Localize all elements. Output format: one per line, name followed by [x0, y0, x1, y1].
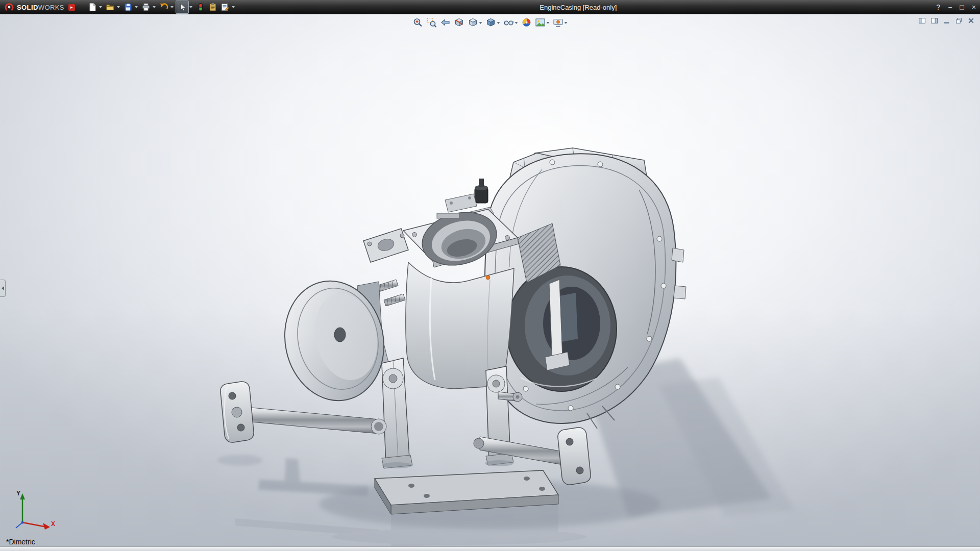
options-button[interactable]: [219, 1, 231, 13]
triad-x-label: X: [51, 520, 55, 528]
display-style-icon: [486, 17, 496, 28]
chevron-down-icon[interactable]: [565, 22, 568, 24]
appearance-ball-icon: [522, 17, 532, 28]
chevron-down-icon[interactable]: [153, 6, 156, 8]
pane-right-icon: [930, 17, 938, 24]
triad-axes-icon: [4, 492, 60, 535]
chevron-down-icon[interactable]: [479, 22, 482, 24]
document-window-controls: [918, 17, 975, 24]
select-cursor-icon: [178, 3, 187, 12]
undo-button[interactable]: [158, 1, 170, 13]
close-document-button[interactable]: [967, 17, 975, 24]
section-view-icon: [454, 17, 464, 28]
engine-casing-model[interactable]: [0, 14, 980, 547]
pane-left-icon: [918, 17, 926, 24]
show-feature-pane-button[interactable]: [918, 17, 926, 24]
chevron-down-icon[interactable]: [170, 6, 174, 8]
zoom-to-area-button[interactable]: [426, 17, 438, 28]
restore-doc-icon: [955, 17, 963, 24]
reference-triad: Y X: [4, 492, 60, 535]
print-button[interactable]: [140, 1, 152, 13]
apply-scene-button[interactable]: [534, 17, 551, 28]
display-style-button[interactable]: [485, 17, 501, 28]
chevron-down-icon[interactable]: [99, 6, 102, 8]
new-document-icon: [88, 3, 97, 12]
triad-y-label: Y: [16, 490, 20, 497]
titlebar: SOLIDWORKS ▸: [0, 0, 980, 14]
close-button[interactable]: ×: [972, 0, 976, 14]
close-doc-icon: [967, 17, 975, 24]
show-display-pane-button[interactable]: [930, 17, 938, 24]
save-button[interactable]: [122, 1, 134, 13]
file-properties-button[interactable]: [207, 1, 219, 13]
print-icon: [141, 3, 151, 12]
previous-view-button[interactable]: [439, 17, 452, 28]
previous-view-icon: [440, 17, 451, 28]
menu-flyout-arrow[interactable]: ▸: [68, 4, 75, 11]
headsup-view-toolbar: [412, 17, 569, 28]
chevron-down-icon[interactable]: [232, 6, 235, 8]
view-settings-button[interactable]: [552, 17, 569, 28]
minimize-doc-icon: [943, 17, 950, 24]
graphics-area[interactable]: Y X *Dimetric: [0, 14, 980, 547]
hide-show-items-button[interactable]: [503, 17, 519, 28]
open-button[interactable]: [104, 1, 116, 13]
rebuild-button[interactable]: [194, 1, 207, 13]
minimize-document-button[interactable]: [943, 17, 950, 24]
restore-document-button[interactable]: [955, 17, 963, 24]
status-bar: [0, 546, 980, 551]
maximize-button[interactable]: □: [960, 0, 964, 14]
chevron-down-icon[interactable]: [497, 22, 500, 24]
panel-collapse-tab[interactable]: [0, 280, 6, 297]
brand-text: SOLIDWORKS: [17, 3, 64, 12]
undo-icon: [159, 3, 168, 12]
help-button[interactable]: ?: [936, 0, 940, 14]
save-icon: [124, 3, 133, 12]
new-document-button[interactable]: [86, 1, 99, 13]
edit-appearance-button[interactable]: [521, 17, 533, 28]
glasses-icon: [504, 17, 514, 28]
zoom-to-area-icon: [427, 17, 437, 28]
zoom-to-fit-icon: [413, 17, 423, 28]
solidworks-window: SOLIDWORKS ▸: [0, 0, 980, 551]
chevron-down-icon[interactable]: [117, 6, 120, 8]
chevron-left-icon: [2, 286, 4, 290]
section-view-button[interactable]: [453, 17, 465, 28]
select-button[interactable]: [176, 1, 189, 14]
open-folder-icon: [106, 3, 115, 12]
main-toolbar: [86, 1, 237, 14]
options-icon: [220, 3, 230, 12]
chevron-down-icon[interactable]: [515, 22, 518, 24]
view-orientation-cube-icon: [468, 17, 478, 28]
clipboard-icon: [208, 3, 217, 12]
chevron-down-icon[interactable]: [135, 6, 138, 8]
selection-point: [486, 276, 490, 280]
minimize-button[interactable]: −: [948, 0, 952, 14]
chevron-down-icon[interactable]: [189, 6, 192, 8]
solidworks-brand: SOLIDWORKS ▸: [0, 2, 79, 12]
view-orientation-label: *Dimetric: [6, 538, 35, 546]
scene-icon: [535, 17, 546, 28]
flywheel-disc[interactable]: [274, 272, 395, 410]
rebuild-traffic-light-icon: [196, 3, 205, 12]
window-controls: ? − □ ×: [936, 0, 976, 14]
solidworks-logo-icon: [4, 2, 14, 12]
view-settings-icon: [553, 17, 564, 28]
chevron-down-icon[interactable]: [547, 22, 550, 24]
document-title: EngineCasing [Read-only]: [540, 4, 617, 11]
zoom-to-fit-button[interactable]: [412, 17, 424, 28]
view-orientation-button[interactable]: [467, 17, 483, 28]
